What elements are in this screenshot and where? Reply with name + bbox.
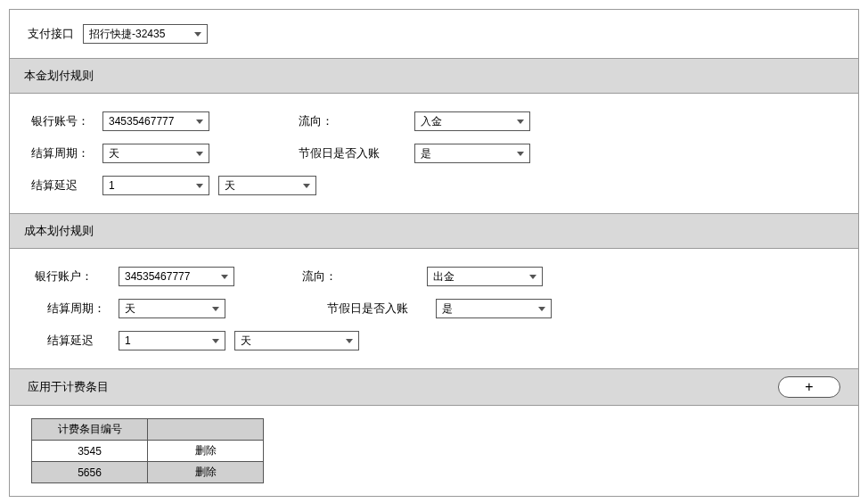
s2-settle-cycle-value: 天: [125, 301, 135, 317]
s1-bank-account-select[interactable]: 34535467777: [102, 111, 209, 131]
s1-settle-delay-unit: 天: [225, 178, 235, 194]
section1-header-label: 本金划付规则: [24, 69, 94, 82]
s1-settle-delay-select[interactable]: 1: [102, 176, 209, 195]
s2-bank-account-select[interactable]: 34535467777: [119, 267, 234, 286]
chevron-down-icon: [212, 339, 219, 343]
s2-direction-select[interactable]: 出金: [427, 267, 543, 286]
section1-header: 本金划付规则: [10, 59, 858, 94]
s2-holiday-select[interactable]: 是: [436, 299, 552, 318]
chevron-down-icon: [529, 275, 536, 279]
section1-body: 银行账号： 34535467777 流向： 入金 结算周期： 天: [10, 94, 858, 214]
form-container: 支付接口 招行快捷-32435 本金划付规则 银行账号： 34535467777…: [9, 9, 859, 497]
s1-settle-cycle-select[interactable]: 天: [102, 144, 209, 163]
s2-bank-account-value: 34535467777: [125, 270, 190, 283]
s1-settle-delay-value: 1: [109, 179, 115, 192]
section3-header: 应用于计费条目 +: [10, 369, 858, 406]
billing-table: 计费条目编号 3545 删除 5656 删除: [31, 418, 264, 483]
s1-settle-cycle-label: 结算周期：: [31, 145, 94, 161]
s1-holiday-label: 节假日是否入账: [299, 145, 405, 161]
s2-settle-delay-value: 1: [125, 334, 131, 347]
s2-holiday-value: 是: [442, 301, 453, 317]
s1-settle-delay-label: 结算延迟: [31, 177, 94, 194]
table-row: 3545 删除: [32, 441, 264, 462]
section3-header-label: 应用于计费条目: [28, 379, 109, 395]
s2-settle-delay-unit-select[interactable]: 天: [234, 331, 359, 350]
section2-body: 银行账户： 34535467777 流向： 出金 结算周期： 天: [10, 249, 858, 369]
s1-bank-account-label: 银行账号：: [31, 113, 94, 129]
table-row: 5656 删除: [32, 462, 264, 483]
s2-settle-delay-unit: 天: [241, 334, 251, 349]
chevron-down-icon: [517, 120, 524, 124]
col-id-header: 计费条目编号: [32, 419, 148, 441]
s1-direction-value: 入金: [421, 114, 442, 129]
section2-header: 成本划付规则: [10, 214, 858, 249]
chevron-down-icon: [346, 339, 353, 343]
pay-interface-select[interactable]: 招行快捷-32435: [83, 24, 208, 44]
s1-direction-label: 流向：: [299, 113, 405, 129]
chevron-down-icon: [194, 32, 201, 37]
s1-direction-select[interactable]: 入金: [414, 111, 530, 131]
pay-interface-label: 支付接口: [28, 26, 74, 42]
add-button[interactable]: +: [778, 376, 840, 398]
s1-holiday-select[interactable]: 是: [414, 144, 530, 163]
chevron-down-icon: [212, 307, 219, 311]
s2-direction-label: 流向：: [302, 268, 418, 284]
s2-settle-delay-select[interactable]: 1: [119, 331, 225, 350]
s2-direction-value: 出金: [433, 269, 454, 284]
cell-id: 5656: [32, 462, 148, 483]
cell-id: 3545: [32, 441, 148, 462]
chevron-down-icon: [221, 275, 228, 279]
s2-holiday-label: 节假日是否入账: [302, 301, 427, 317]
chevron-down-icon: [538, 307, 545, 311]
chevron-down-icon: [196, 120, 203, 124]
section2-header-label: 成本划付规则: [24, 224, 94, 237]
s2-bank-account-label: 银行账户：: [35, 268, 110, 284]
s1-bank-account-value: 34535467777: [109, 115, 174, 128]
s2-settle-cycle-select[interactable]: 天: [119, 299, 225, 318]
chevron-down-icon: [196, 184, 203, 188]
plus-icon: +: [805, 379, 813, 395]
s1-holiday-value: 是: [421, 146, 431, 161]
s1-settle-cycle-value: 天: [109, 146, 119, 161]
delete-button[interactable]: 删除: [148, 441, 264, 462]
pay-interface-value: 招行快捷-32435: [89, 27, 165, 42]
s1-settle-delay-unit-select[interactable]: 天: [218, 176, 316, 195]
chevron-down-icon: [303, 184, 310, 188]
top-row: 支付接口 招行快捷-32435: [10, 10, 858, 59]
s2-settle-cycle-label: 结算周期：: [35, 301, 110, 317]
table-section: 计费条目编号 3545 删除 5656 删除: [10, 406, 858, 496]
chevron-down-icon: [196, 152, 203, 156]
s2-settle-delay-label: 结算延迟: [35, 333, 110, 349]
chevron-down-icon: [517, 152, 524, 156]
delete-button[interactable]: 删除: [148, 462, 264, 483]
table-header-row: 计费条目编号: [32, 419, 264, 441]
col-action-header: [148, 419, 264, 441]
